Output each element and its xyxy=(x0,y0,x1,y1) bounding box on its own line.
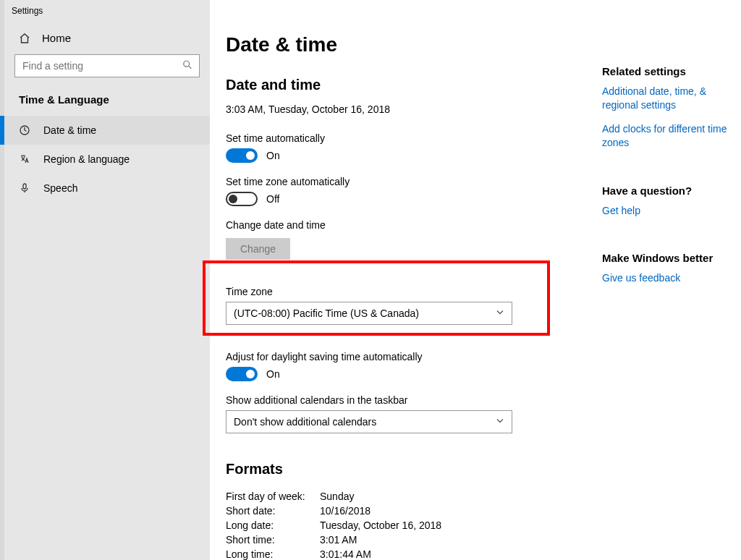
time-zone-value: (UTC-08:00) Pacific Time (US & Canada) xyxy=(234,307,419,319)
format-key: Short time: xyxy=(226,534,320,546)
svg-point-0 xyxy=(184,61,190,67)
home-icon xyxy=(19,33,30,44)
sidebar-home-label: Home xyxy=(42,32,71,44)
format-key: Long date: xyxy=(226,519,320,531)
format-key: First day of week: xyxy=(226,491,320,502)
format-value: Sunday xyxy=(320,491,354,502)
format-value: 3:01 AM xyxy=(320,534,357,546)
format-row-long-time: Long time: 3:01:44 AM xyxy=(226,548,741,560)
page-title: Date & time xyxy=(226,33,741,56)
sidebar-home[interactable]: Home xyxy=(4,22,210,54)
main-content: Date & time Date and time 3:03 AM, Tuesd… xyxy=(214,0,741,560)
additional-calendars-label: Show additional calendars in the taskbar xyxy=(226,394,741,406)
sidebar-group-heading: Time & Language xyxy=(4,93,210,116)
format-row-short-time: Short time: 3:01 AM xyxy=(226,534,741,546)
link-add-clocks[interactable]: Add clocks for different time zones xyxy=(602,122,737,150)
format-key: Short date: xyxy=(226,505,320,517)
search-input[interactable] xyxy=(14,54,200,77)
chevron-down-icon xyxy=(496,308,504,319)
formats-heading: Formats xyxy=(226,461,741,478)
set-tz-auto-state: Off xyxy=(266,193,279,205)
link-give-feedback[interactable]: Give us feedback xyxy=(602,271,737,285)
link-get-help[interactable]: Get help xyxy=(602,204,737,218)
clock-icon xyxy=(19,124,30,136)
format-row-long-date: Long date: Tuesday, October 16, 2018 xyxy=(226,519,741,531)
related-settings-heading: Related settings xyxy=(602,65,737,77)
format-value: 3:01:44 AM xyxy=(320,548,371,560)
format-row-short-date: Short date: 10/16/2018 xyxy=(226,505,741,517)
format-value: Tuesday, October 16, 2018 xyxy=(320,519,441,531)
format-value: 10/16/2018 xyxy=(320,505,370,517)
link-additional-settings[interactable]: Additional date, time, & regional settin… xyxy=(602,85,737,112)
sidebar-item-label: Region & language xyxy=(43,153,130,165)
svg-rect-2 xyxy=(23,184,26,189)
have-question-heading: Have a question? xyxy=(602,184,737,197)
set-tz-auto-toggle[interactable] xyxy=(226,192,258,206)
microphone-icon xyxy=(19,182,30,194)
additional-calendars-value: Don't show additional calendars xyxy=(234,416,376,428)
format-row-first-day: First day of week: Sunday xyxy=(226,491,741,502)
right-column: Related settings Additional date, time, … xyxy=(602,65,741,320)
time-zone-select[interactable]: (UTC-08:00) Pacific Time (US & Canada) xyxy=(226,302,512,325)
format-key: Long time: xyxy=(226,548,320,560)
sidebar-item-speech[interactable]: Speech xyxy=(4,174,210,203)
window-title: Settings xyxy=(12,6,43,16)
additional-calendars-select[interactable]: Don't show additional calendars xyxy=(226,410,512,433)
sidebar-item-date-time[interactable]: Date & time xyxy=(4,116,210,145)
search-icon xyxy=(182,60,192,72)
sidebar-item-region-language[interactable]: Region & language xyxy=(4,145,210,174)
sidebar-item-label: Speech xyxy=(43,182,77,194)
dst-toggle[interactable] xyxy=(226,367,258,381)
change-button: Change xyxy=(226,238,290,260)
language-icon xyxy=(19,153,30,165)
dst-state: On xyxy=(266,368,280,380)
dst-label: Adjust for daylight saving time automati… xyxy=(226,351,741,362)
sidebar-item-label: Date & time xyxy=(43,124,96,136)
set-time-auto-toggle[interactable] xyxy=(226,148,258,163)
sidebar: Settings Home Time & Language Date & tim… xyxy=(0,0,210,560)
make-windows-better-heading: Make Windows better xyxy=(602,252,737,264)
chevron-down-icon xyxy=(496,417,504,428)
set-time-auto-state: On xyxy=(266,150,280,161)
